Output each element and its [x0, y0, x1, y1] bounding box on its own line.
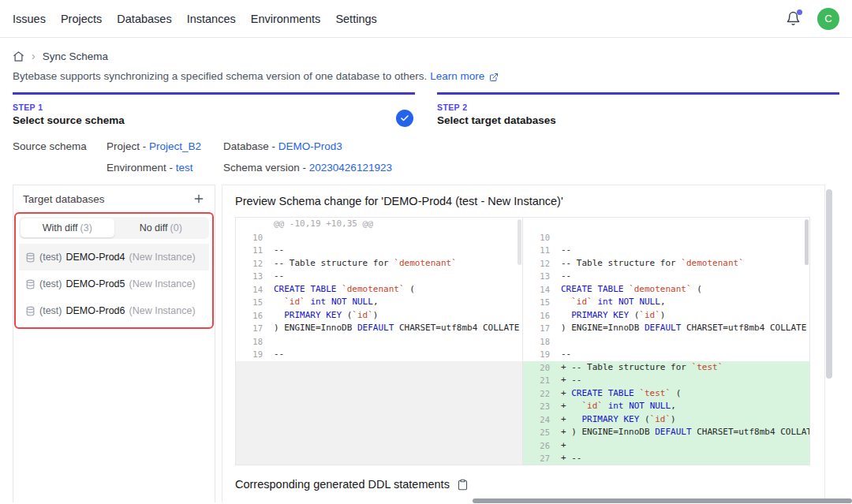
- diff-line: 22+ CREATE TABLE `test` (: [523, 387, 809, 401]
- line-number: 18: [236, 335, 269, 349]
- line-number: [236, 361, 269, 375]
- line-number: [236, 413, 269, 427]
- diff-line: [236, 400, 522, 413]
- diff-line: 14CREATE TABLE `demotenant` (: [523, 283, 809, 297]
- line-number: [236, 426, 269, 439]
- new-pane-scrollbar[interactable]: [804, 218, 809, 465]
- line-number: 13: [236, 270, 269, 283]
- line-number: 27: [523, 452, 556, 465]
- copy-icon[interactable]: [457, 479, 469, 491]
- diff-line: 13--: [523, 270, 809, 283]
- target-db-item-demo-prod4[interactable]: (test) DEMO-Prod4 (New Instance): [19, 244, 209, 271]
- environment-link[interactable]: test: [176, 162, 193, 174]
- external-link-icon: [489, 73, 499, 82]
- preview-title: Preview Schema change for 'DEMO-Prod4 (t…: [235, 195, 810, 207]
- diff-line: 26+: [523, 439, 809, 453]
- horizontal-scrollbar-thumb[interactable]: [473, 498, 852, 503]
- stepper: STEP 1 Select source schema STEP 2 Selec…: [0, 92, 852, 126]
- target-db-item-demo-prod6[interactable]: (test) DEMO-Prod6 (New Instance): [19, 297, 209, 324]
- diff-line: [236, 439, 522, 453]
- diff-line: 10: [523, 231, 809, 245]
- ddl-statements-label: Corresponding generated DDL statements: [235, 478, 450, 491]
- target-databases-panel: Target databases With diff(3) No diff(0): [13, 185, 215, 502]
- line-number: 12: [523, 257, 556, 271]
- database-icon: [25, 252, 36, 263]
- diff-line: 20+ -- Table structure for `test`: [523, 361, 809, 375]
- page-horizontal-scrollbar: [0, 498, 852, 504]
- diff-line: [236, 374, 522, 387]
- source-schema-label: Source schema: [13, 140, 106, 152]
- diff-line: 18: [236, 335, 522, 349]
- diff-line: 27+ --: [523, 452, 809, 465]
- line-number: 20: [523, 361, 556, 375]
- old-pane-scrollbar[interactable]: [517, 218, 522, 465]
- tab-no-diff[interactable]: No diff(0): [114, 218, 208, 237]
- line-number: [236, 387, 269, 401]
- diff-line: 21+ --: [523, 374, 809, 387]
- intro-description: Bytebase supports synchronizing a specif…: [13, 70, 427, 82]
- line-number: 22: [523, 387, 556, 401]
- project-link[interactable]: Project_B2: [149, 140, 201, 152]
- database-link[interactable]: DEMO-Prod3: [278, 140, 342, 152]
- schema-preview-panel: Preview Schema change for 'DEMO-Prod4 (t…: [222, 185, 825, 502]
- nav-item-databases[interactable]: Databases: [117, 13, 171, 25]
- breadcrumb: › Sync Schema: [0, 38, 852, 62]
- nav-item-environments[interactable]: Environments: [251, 13, 321, 25]
- diff-line: [236, 413, 522, 427]
- generated-ddl-section: Corresponding generated DDL statements: [235, 478, 810, 491]
- step-2-label: Select target databases: [437, 114, 839, 126]
- line-number: 19: [523, 348, 556, 361]
- line-number: 12: [236, 257, 269, 271]
- step-1-label: Select source schema: [13, 114, 415, 126]
- source-database: Database - DEMO-Prod3: [223, 140, 839, 152]
- line-number: [236, 452, 269, 465]
- diff-line: 16 PRIMARY KEY (`id`): [236, 309, 522, 323]
- nav-item-projects[interactable]: Projects: [61, 13, 102, 25]
- database-icon: [25, 306, 36, 316]
- diff-line: 17) ENGINE=InnoDB DEFAULT CHARSET=utf8mb…: [523, 322, 809, 335]
- diff-line: @@ -10,19 +10,35 @@: [236, 218, 522, 231]
- line-number: 24: [523, 413, 556, 427]
- schema-version-link[interactable]: 20230426121923: [309, 162, 392, 174]
- page-vertical-scrollbar: [826, 188, 833, 503]
- database-icon: [25, 279, 36, 289]
- diff-line: [236, 361, 522, 375]
- line-number: 17: [523, 322, 556, 335]
- diff-filter-tabs: With diff(3) No diff(0): [19, 217, 209, 239]
- diff-line: 17) ENGINE=InnoDB DEFAULT CHARSET=utf8mb…: [236, 322, 522, 335]
- line-number: 10: [236, 231, 269, 245]
- nav-item-issues[interactable]: Issues: [13, 13, 46, 25]
- tab-with-diff[interactable]: With diff(3): [21, 218, 114, 237]
- nav-item-instances[interactable]: Instances: [187, 13, 236, 25]
- diff-line: 19--: [236, 348, 522, 361]
- diff-line: 16 PRIMARY KEY (`id`): [523, 309, 809, 323]
- step-1-number: STEP 1: [13, 103, 415, 112]
- user-avatar[interactable]: C: [817, 8, 839, 30]
- breadcrumb-page-title: Sync Schema: [43, 50, 108, 62]
- schema-diff-viewer: @@ -10,19 +10,35 @@1011--12-- Table stru…: [235, 217, 810, 465]
- source-schema-summary: Source schema Project - Project_B2 Datab…: [0, 140, 852, 174]
- notification-bell-icon[interactable]: [786, 11, 802, 27]
- nav-item-settings[interactable]: Settings: [335, 13, 376, 25]
- chevron-right-icon: ›: [32, 50, 36, 62]
- diff-pane-old: @@ -10,19 +10,35 @@1011--12-- Table stru…: [236, 218, 522, 465]
- diff-line: [236, 387, 522, 401]
- step-2-bar: [437, 92, 839, 95]
- line-number: 15: [523, 296, 556, 309]
- diff-line: 14CREATE TABLE `demotenant` (: [236, 283, 522, 297]
- line-number: 16: [236, 309, 269, 323]
- vertical-scrollbar-thumb[interactable]: [826, 189, 832, 379]
- diff-line: [236, 452, 522, 465]
- add-target-database-button[interactable]: [192, 192, 205, 205]
- diff-line: [236, 426, 522, 439]
- learn-more-link[interactable]: Learn more: [430, 70, 484, 82]
- step-2: STEP 2 Select target databases: [437, 92, 839, 126]
- home-icon[interactable]: [13, 50, 24, 62]
- diff-line: 11--: [236, 244, 522, 257]
- diff-line: 13--: [236, 270, 522, 283]
- target-db-item-demo-prod5[interactable]: (test) DEMO-Prod5 (New Instance): [19, 271, 209, 297]
- top-navbar: Issues Projects Databases Instances Envi…: [0, 0, 852, 38]
- diff-line: 12-- Table structure for `demotenant`: [236, 257, 522, 271]
- diff-line: 18: [523, 335, 809, 349]
- target-databases-title: Target databases: [23, 193, 105, 205]
